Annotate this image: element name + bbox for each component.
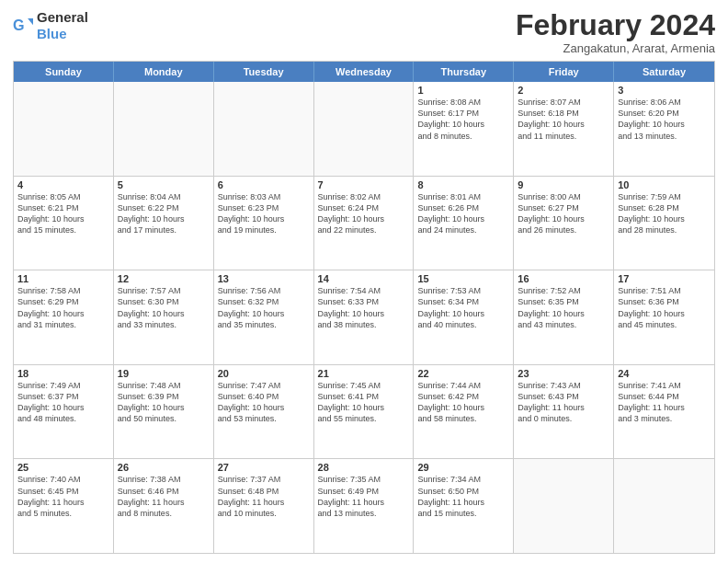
day-number: 9 — [518, 179, 609, 190]
day-number: 5 — [118, 179, 210, 190]
day-info: Sunrise: 7:53 AM Sunset: 6:34 PM Dayligh… — [417, 285, 509, 330]
day-number: 10 — [618, 179, 711, 190]
calendar-cell: 21Sunrise: 7:45 AM Sunset: 6:41 PM Dayli… — [314, 365, 415, 459]
calendar-cell: 5Sunrise: 8:04 AM Sunset: 6:22 PM Daylig… — [114, 177, 214, 270]
header-day-tuesday: Tuesday — [214, 62, 314, 82]
calendar-row-3: 18Sunrise: 7:49 AM Sunset: 6:37 PM Dayli… — [14, 365, 714, 460]
header-day-monday: Monday — [114, 62, 214, 82]
day-info: Sunrise: 8:04 AM Sunset: 6:22 PM Dayligh… — [118, 191, 210, 236]
calendar-cell: 29Sunrise: 7:34 AM Sunset: 6:50 PM Dayli… — [414, 459, 514, 553]
calendar-cell: 11Sunrise: 7:58 AM Sunset: 6:29 PM Dayli… — [14, 270, 114, 364]
header-day-wednesday: Wednesday — [314, 62, 415, 82]
header-day-thursday: Thursday — [414, 62, 514, 82]
calendar-cell: 1Sunrise: 8:08 AM Sunset: 6:17 PM Daylig… — [414, 82, 514, 176]
logo-blue: Blue — [37, 26, 67, 41]
day-info: Sunrise: 7:43 AM Sunset: 6:43 PM Dayligh… — [518, 380, 609, 425]
calendar-cell: 22Sunrise: 7:44 AM Sunset: 6:42 PM Dayli… — [414, 365, 514, 459]
day-info: Sunrise: 7:44 AM Sunset: 6:42 PM Dayligh… — [417, 380, 509, 425]
page: G General Blue February 2024 Zangakatun,… — [0, 0, 728, 563]
day-number: 7 — [318, 179, 410, 190]
calendar-cell: 23Sunrise: 7:43 AM Sunset: 6:43 PM Dayli… — [514, 365, 614, 459]
calendar-cell — [214, 82, 314, 176]
header-right: February 2024 Zangakatun, Ararat, Armeni… — [516, 9, 715, 55]
day-info: Sunrise: 7:57 AM Sunset: 6:30 PM Dayligh… — [118, 285, 210, 330]
day-info: Sunrise: 7:34 AM Sunset: 6:50 PM Dayligh… — [417, 474, 509, 519]
calendar-cell: 19Sunrise: 7:48 AM Sunset: 6:39 PM Dayli… — [114, 365, 214, 459]
header-day-sunday: Sunday — [14, 62, 114, 82]
calendar-cell: 15Sunrise: 7:53 AM Sunset: 6:34 PM Dayli… — [414, 270, 514, 364]
day-number: 24 — [618, 368, 711, 379]
day-number: 13 — [218, 273, 310, 284]
day-info: Sunrise: 7:49 AM Sunset: 6:37 PM Dayligh… — [17, 380, 109, 425]
calendar-cell — [114, 82, 214, 176]
calendar-cell — [14, 82, 114, 176]
calendar-row-0: 1Sunrise: 8:08 AM Sunset: 6:17 PM Daylig… — [14, 82, 714, 177]
calendar-cell: 28Sunrise: 7:35 AM Sunset: 6:49 PM Dayli… — [314, 459, 415, 553]
calendar-title: February 2024 — [516, 9, 715, 41]
day-number: 4 — [17, 179, 109, 190]
calendar: SundayMondayTuesdayWednesdayThursdayFrid… — [13, 61, 715, 554]
day-info: Sunrise: 7:51 AM Sunset: 6:36 PM Dayligh… — [618, 285, 711, 330]
day-number: 2 — [518, 85, 609, 96]
calendar-cell: 25Sunrise: 7:40 AM Sunset: 6:45 PM Dayli… — [14, 459, 114, 553]
calendar-cell — [614, 459, 714, 553]
logo-general: General — [37, 9, 88, 25]
header-day-saturday: Saturday — [614, 62, 714, 82]
calendar-cell: 6Sunrise: 8:03 AM Sunset: 6:23 PM Daylig… — [214, 177, 314, 270]
day-number: 15 — [417, 273, 509, 284]
calendar-cell: 7Sunrise: 8:02 AM Sunset: 6:24 PM Daylig… — [314, 177, 415, 270]
calendar-subtitle: Zangakatun, Ararat, Armenia — [516, 41, 715, 55]
day-number: 28 — [318, 462, 410, 473]
calendar-row-1: 4Sunrise: 8:05 AM Sunset: 6:21 PM Daylig… — [14, 177, 714, 271]
calendar-cell: 10Sunrise: 7:59 AM Sunset: 6:28 PM Dayli… — [614, 177, 714, 270]
day-info: Sunrise: 7:45 AM Sunset: 6:41 PM Dayligh… — [318, 380, 410, 425]
day-number: 8 — [417, 179, 509, 190]
day-info: Sunrise: 8:05 AM Sunset: 6:21 PM Dayligh… — [17, 191, 109, 236]
day-info: Sunrise: 7:40 AM Sunset: 6:45 PM Dayligh… — [17, 474, 109, 519]
day-number: 11 — [17, 273, 109, 284]
calendar-cell: 14Sunrise: 7:54 AM Sunset: 6:33 PM Dayli… — [314, 270, 415, 364]
calendar-cell: 8Sunrise: 8:01 AM Sunset: 6:26 PM Daylig… — [414, 177, 514, 270]
day-info: Sunrise: 7:59 AM Sunset: 6:28 PM Dayligh… — [618, 191, 711, 236]
calendar-cell: 3Sunrise: 8:06 AM Sunset: 6:20 PM Daylig… — [614, 82, 714, 176]
calendar-cell — [314, 82, 415, 176]
day-info: Sunrise: 8:00 AM Sunset: 6:27 PM Dayligh… — [518, 191, 609, 236]
day-number: 14 — [318, 273, 410, 284]
day-info: Sunrise: 8:08 AM Sunset: 6:17 PM Dayligh… — [417, 97, 509, 142]
calendar-cell: 2Sunrise: 8:07 AM Sunset: 6:18 PM Daylig… — [514, 82, 614, 176]
day-number: 18 — [17, 368, 109, 379]
day-number: 12 — [118, 273, 210, 284]
day-number: 1 — [417, 85, 509, 96]
svg-marker-1 — [28, 18, 33, 25]
calendar-header-row: SundayMondayTuesdayWednesdayThursdayFrid… — [14, 62, 714, 82]
day-number: 19 — [118, 368, 210, 379]
calendar-cell: 18Sunrise: 7:49 AM Sunset: 6:37 PM Dayli… — [14, 365, 114, 459]
day-info: Sunrise: 7:47 AM Sunset: 6:40 PM Dayligh… — [218, 380, 310, 425]
calendar-cell: 16Sunrise: 7:52 AM Sunset: 6:35 PM Dayli… — [514, 270, 614, 364]
day-number: 21 — [318, 368, 410, 379]
day-info: Sunrise: 7:52 AM Sunset: 6:35 PM Dayligh… — [518, 285, 609, 330]
day-info: Sunrise: 8:01 AM Sunset: 6:26 PM Dayligh… — [417, 191, 509, 236]
day-info: Sunrise: 8:06 AM Sunset: 6:20 PM Dayligh… — [618, 97, 711, 142]
calendar-cell: 26Sunrise: 7:38 AM Sunset: 6:46 PM Dayli… — [114, 459, 214, 553]
day-number: 27 — [218, 462, 310, 473]
calendar-cell: 12Sunrise: 7:57 AM Sunset: 6:30 PM Dayli… — [114, 270, 214, 364]
day-number: 17 — [618, 273, 711, 284]
calendar-cell: 27Sunrise: 7:37 AM Sunset: 6:48 PM Dayli… — [214, 459, 314, 553]
day-number: 20 — [218, 368, 310, 379]
day-number: 26 — [118, 462, 210, 473]
day-info: Sunrise: 7:37 AM Sunset: 6:48 PM Dayligh… — [218, 474, 310, 519]
calendar-cell: 20Sunrise: 7:47 AM Sunset: 6:40 PM Dayli… — [214, 365, 314, 459]
calendar-cell: 4Sunrise: 8:05 AM Sunset: 6:21 PM Daylig… — [14, 177, 114, 270]
calendar-cell: 13Sunrise: 7:56 AM Sunset: 6:32 PM Dayli… — [214, 270, 314, 364]
calendar-cell: 9Sunrise: 8:00 AM Sunset: 6:27 PM Daylig… — [514, 177, 614, 270]
header: G General Blue February 2024 Zangakatun,… — [13, 9, 715, 55]
day-info: Sunrise: 7:41 AM Sunset: 6:44 PM Dayligh… — [618, 380, 711, 425]
day-info: Sunrise: 8:02 AM Sunset: 6:24 PM Dayligh… — [318, 191, 410, 236]
calendar-row-4: 25Sunrise: 7:40 AM Sunset: 6:45 PM Dayli… — [14, 459, 714, 553]
day-number: 6 — [218, 179, 310, 190]
svg-text:G: G — [13, 17, 25, 33]
header-day-friday: Friday — [514, 62, 614, 82]
day-info: Sunrise: 7:48 AM Sunset: 6:39 PM Dayligh… — [118, 380, 210, 425]
calendar-cell — [514, 459, 614, 553]
